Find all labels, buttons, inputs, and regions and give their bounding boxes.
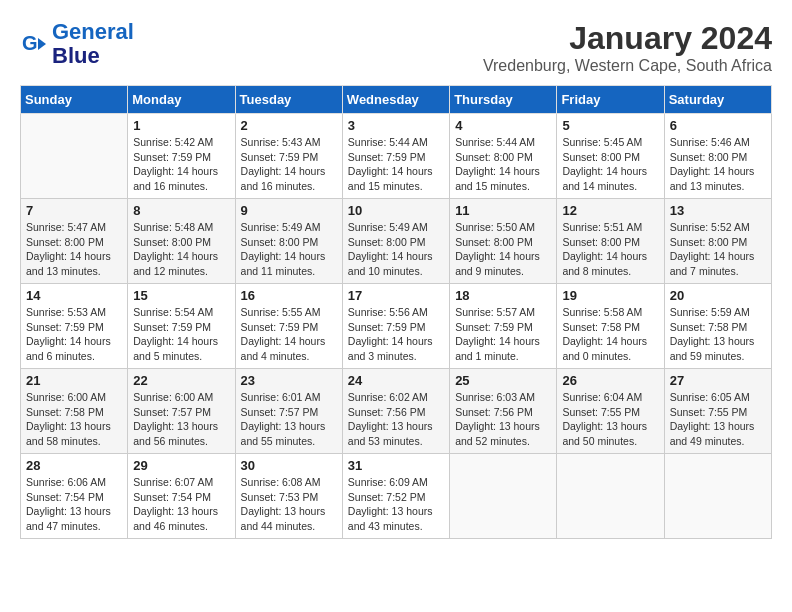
day-info: Sunrise: 5:56 AM Sunset: 7:59 PM Dayligh… — [348, 305, 444, 364]
day-info: Sunrise: 5:47 AM Sunset: 8:00 PM Dayligh… — [26, 220, 122, 279]
calendar-cell: 21Sunrise: 6:00 AM Sunset: 7:58 PM Dayli… — [21, 369, 128, 454]
calendar-cell: 18Sunrise: 5:57 AM Sunset: 7:59 PM Dayli… — [450, 284, 557, 369]
calendar-cell — [21, 114, 128, 199]
logo-text: General Blue — [52, 20, 134, 68]
calendar-cell — [557, 454, 664, 539]
calendar-cell — [664, 454, 771, 539]
day-number: 16 — [241, 288, 337, 303]
calendar-cell: 15Sunrise: 5:54 AM Sunset: 7:59 PM Dayli… — [128, 284, 235, 369]
calendar-cell: 14Sunrise: 5:53 AM Sunset: 7:59 PM Dayli… — [21, 284, 128, 369]
day-number: 8 — [133, 203, 229, 218]
page-header: G General Blue January 2024 Vredenburg, … — [20, 20, 772, 75]
calendar-cell: 10Sunrise: 5:49 AM Sunset: 8:00 PM Dayli… — [342, 199, 449, 284]
day-header-monday: Monday — [128, 86, 235, 114]
day-number: 21 — [26, 373, 122, 388]
day-number: 30 — [241, 458, 337, 473]
day-info: Sunrise: 5:46 AM Sunset: 8:00 PM Dayligh… — [670, 135, 766, 194]
calendar-cell: 17Sunrise: 5:56 AM Sunset: 7:59 PM Dayli… — [342, 284, 449, 369]
day-info: Sunrise: 6:02 AM Sunset: 7:56 PM Dayligh… — [348, 390, 444, 449]
day-number: 27 — [670, 373, 766, 388]
day-info: Sunrise: 5:53 AM Sunset: 7:59 PM Dayligh… — [26, 305, 122, 364]
calendar-cell: 27Sunrise: 6:05 AM Sunset: 7:55 PM Dayli… — [664, 369, 771, 454]
day-info: Sunrise: 5:45 AM Sunset: 8:00 PM Dayligh… — [562, 135, 658, 194]
calendar-cell: 13Sunrise: 5:52 AM Sunset: 8:00 PM Dayli… — [664, 199, 771, 284]
calendar-cell: 20Sunrise: 5:59 AM Sunset: 7:58 PM Dayli… — [664, 284, 771, 369]
day-number: 29 — [133, 458, 229, 473]
day-info: Sunrise: 5:52 AM Sunset: 8:00 PM Dayligh… — [670, 220, 766, 279]
calendar-cell: 24Sunrise: 6:02 AM Sunset: 7:56 PM Dayli… — [342, 369, 449, 454]
day-info: Sunrise: 5:54 AM Sunset: 7:59 PM Dayligh… — [133, 305, 229, 364]
calendar-week-row: 21Sunrise: 6:00 AM Sunset: 7:58 PM Dayli… — [21, 369, 772, 454]
day-number: 7 — [26, 203, 122, 218]
day-number: 25 — [455, 373, 551, 388]
day-info: Sunrise: 5:57 AM Sunset: 7:59 PM Dayligh… — [455, 305, 551, 364]
calendar-cell: 3Sunrise: 5:44 AM Sunset: 7:59 PM Daylig… — [342, 114, 449, 199]
day-number: 19 — [562, 288, 658, 303]
day-number: 18 — [455, 288, 551, 303]
calendar-cell: 7Sunrise: 5:47 AM Sunset: 8:00 PM Daylig… — [21, 199, 128, 284]
calendar-cell: 12Sunrise: 5:51 AM Sunset: 8:00 PM Dayli… — [557, 199, 664, 284]
calendar-cell: 2Sunrise: 5:43 AM Sunset: 7:59 PM Daylig… — [235, 114, 342, 199]
day-info: Sunrise: 6:04 AM Sunset: 7:55 PM Dayligh… — [562, 390, 658, 449]
day-number: 20 — [670, 288, 766, 303]
calendar-cell — [450, 454, 557, 539]
day-info: Sunrise: 5:58 AM Sunset: 7:58 PM Dayligh… — [562, 305, 658, 364]
day-number: 17 — [348, 288, 444, 303]
calendar-cell: 1Sunrise: 5:42 AM Sunset: 7:59 PM Daylig… — [128, 114, 235, 199]
day-info: Sunrise: 6:09 AM Sunset: 7:52 PM Dayligh… — [348, 475, 444, 534]
calendar-cell: 22Sunrise: 6:00 AM Sunset: 7:57 PM Dayli… — [128, 369, 235, 454]
calendar-week-row: 7Sunrise: 5:47 AM Sunset: 8:00 PM Daylig… — [21, 199, 772, 284]
day-info: Sunrise: 6:06 AM Sunset: 7:54 PM Dayligh… — [26, 475, 122, 534]
calendar-cell: 30Sunrise: 6:08 AM Sunset: 7:53 PM Dayli… — [235, 454, 342, 539]
day-number: 6 — [670, 118, 766, 133]
calendar-cell: 11Sunrise: 5:50 AM Sunset: 8:00 PM Dayli… — [450, 199, 557, 284]
calendar-table: SundayMondayTuesdayWednesdayThursdayFrid… — [20, 85, 772, 539]
day-number: 5 — [562, 118, 658, 133]
day-info: Sunrise: 6:00 AM Sunset: 7:57 PM Dayligh… — [133, 390, 229, 449]
day-info: Sunrise: 5:49 AM Sunset: 8:00 PM Dayligh… — [241, 220, 337, 279]
day-info: Sunrise: 6:07 AM Sunset: 7:54 PM Dayligh… — [133, 475, 229, 534]
day-info: Sunrise: 6:08 AM Sunset: 7:53 PM Dayligh… — [241, 475, 337, 534]
day-number: 11 — [455, 203, 551, 218]
day-header-sunday: Sunday — [21, 86, 128, 114]
day-number: 23 — [241, 373, 337, 388]
day-number: 24 — [348, 373, 444, 388]
day-number: 4 — [455, 118, 551, 133]
day-info: Sunrise: 5:44 AM Sunset: 7:59 PM Dayligh… — [348, 135, 444, 194]
calendar-cell: 19Sunrise: 5:58 AM Sunset: 7:58 PM Dayli… — [557, 284, 664, 369]
day-number: 3 — [348, 118, 444, 133]
day-number: 15 — [133, 288, 229, 303]
day-info: Sunrise: 6:01 AM Sunset: 7:57 PM Dayligh… — [241, 390, 337, 449]
day-info: Sunrise: 5:55 AM Sunset: 7:59 PM Dayligh… — [241, 305, 337, 364]
calendar-cell: 28Sunrise: 6:06 AM Sunset: 7:54 PM Dayli… — [21, 454, 128, 539]
calendar-cell: 9Sunrise: 5:49 AM Sunset: 8:00 PM Daylig… — [235, 199, 342, 284]
day-info: Sunrise: 5:49 AM Sunset: 8:00 PM Dayligh… — [348, 220, 444, 279]
calendar-header-row: SundayMondayTuesdayWednesdayThursdayFrid… — [21, 86, 772, 114]
calendar-cell: 23Sunrise: 6:01 AM Sunset: 7:57 PM Dayli… — [235, 369, 342, 454]
calendar-cell: 8Sunrise: 5:48 AM Sunset: 8:00 PM Daylig… — [128, 199, 235, 284]
svg-marker-2 — [38, 38, 46, 50]
day-header-thursday: Thursday — [450, 86, 557, 114]
day-info: Sunrise: 5:42 AM Sunset: 7:59 PM Dayligh… — [133, 135, 229, 194]
logo-icon: G — [20, 30, 48, 58]
day-number: 14 — [26, 288, 122, 303]
day-number: 12 — [562, 203, 658, 218]
month-year-title: January 2024 — [483, 20, 772, 57]
calendar-cell: 6Sunrise: 5:46 AM Sunset: 8:00 PM Daylig… — [664, 114, 771, 199]
day-number: 26 — [562, 373, 658, 388]
day-header-tuesday: Tuesday — [235, 86, 342, 114]
logo: G General Blue — [20, 20, 134, 68]
day-number: 9 — [241, 203, 337, 218]
day-info: Sunrise: 6:03 AM Sunset: 7:56 PM Dayligh… — [455, 390, 551, 449]
day-info: Sunrise: 5:43 AM Sunset: 7:59 PM Dayligh… — [241, 135, 337, 194]
day-header-friday: Friday — [557, 86, 664, 114]
day-info: Sunrise: 5:51 AM Sunset: 8:00 PM Dayligh… — [562, 220, 658, 279]
day-info: Sunrise: 5:44 AM Sunset: 8:00 PM Dayligh… — [455, 135, 551, 194]
day-info: Sunrise: 5:50 AM Sunset: 8:00 PM Dayligh… — [455, 220, 551, 279]
day-number: 22 — [133, 373, 229, 388]
day-info: Sunrise: 5:59 AM Sunset: 7:58 PM Dayligh… — [670, 305, 766, 364]
day-number: 13 — [670, 203, 766, 218]
day-info: Sunrise: 6:00 AM Sunset: 7:58 PM Dayligh… — [26, 390, 122, 449]
logo-line2: Blue — [52, 43, 100, 68]
calendar-cell: 26Sunrise: 6:04 AM Sunset: 7:55 PM Dayli… — [557, 369, 664, 454]
